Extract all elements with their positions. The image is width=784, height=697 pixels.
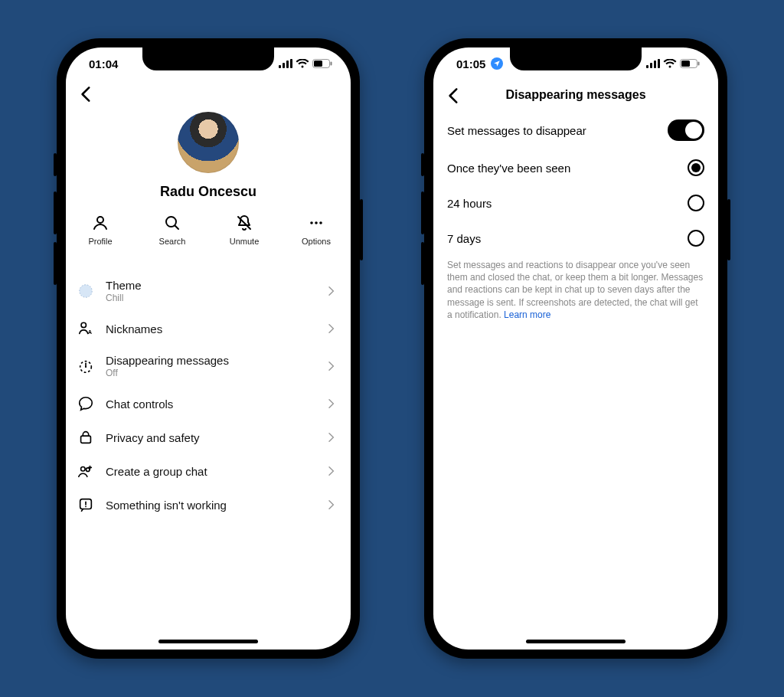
chevron-right-icon [325, 322, 337, 335]
wifi-icon [296, 59, 309, 68]
toggle-row[interactable]: Set messages to disappear [433, 110, 718, 150]
option-once-seen[interactable]: Once they've been seen [433, 150, 718, 185]
svg-rect-29 [698, 62, 700, 66]
action-options[interactable]: Options [296, 214, 337, 246]
svg-rect-0 [279, 65, 281, 68]
svg-rect-18 [81, 436, 91, 443]
option-24h[interactable]: 24 hours [433, 185, 718, 221]
group-add-icon [77, 463, 94, 479]
svg-point-22 [85, 506, 87, 507]
toggle-label: Set messages to disappear [447, 124, 586, 137]
wifi-icon [663, 59, 677, 68]
action-search[interactable]: Search [152, 214, 193, 246]
info-body: Set messages and reactions to disappear … [447, 260, 703, 320]
phone-frame-left: @onceseuradu 01:04 Radu Oncescu Profile [57, 38, 360, 659]
svg-rect-5 [314, 61, 322, 67]
lock-icon [77, 429, 94, 446]
action-profile[interactable]: Profile [80, 214, 121, 246]
row-theme[interactable]: ThemeChill [66, 270, 351, 312]
svg-point-17 [85, 366, 87, 368]
chevron-right-icon [325, 398, 337, 410]
avatar[interactable] [178, 112, 239, 173]
svg-rect-26 [658, 59, 660, 68]
svg-rect-2 [286, 61, 289, 68]
learn-more-link[interactable]: Learn more [504, 309, 550, 320]
profile-block: Radu Oncescu Profile Search Unmute Optio… [66, 109, 351, 260]
chevron-right-icon [325, 499, 337, 511]
radio-selected[interactable] [688, 159, 704, 176]
battery-icon [312, 59, 332, 68]
toggle-switch[interactable] [668, 119, 704, 141]
option-7d[interactable]: 7 days [433, 221, 718, 256]
svg-point-9 [310, 221, 313, 224]
option-label: 24 hours [447, 197, 492, 210]
phone-frame-right: @onceseuradu 01:05 Disappearing messages [424, 38, 727, 659]
svg-point-11 [319, 221, 322, 224]
settings-list: ThemeChill A Nicknames Disappearing mess… [66, 270, 351, 522]
chevron-right-icon [325, 465, 337, 477]
row-title: Disappearing messages [106, 354, 314, 367]
radio[interactable] [688, 195, 704, 211]
svg-rect-3 [290, 59, 292, 68]
status-icons [279, 59, 332, 68]
row-title: Nicknames [106, 322, 314, 335]
signal-icon [279, 59, 292, 68]
screen-profile: @onceseuradu 01:04 Radu Oncescu Profile [66, 47, 351, 650]
chevron-right-icon [325, 431, 337, 443]
row-chat-controls[interactable]: Chat controls [66, 387, 351, 420]
back-icon[interactable] [444, 86, 464, 106]
info-text: Set messages and reactions to disappear … [433, 256, 718, 324]
row-title: Privacy and safety [106, 431, 314, 444]
nickname-icon: A [77, 320, 94, 337]
location-icon [491, 57, 503, 70]
svg-point-14 [81, 322, 86, 327]
svg-rect-28 [681, 61, 690, 67]
action-label: Search [159, 237, 186, 246]
profile-name: Radu Oncescu [66, 184, 351, 200]
home-indicator[interactable] [158, 640, 258, 643]
header-title: Disappearing messages [505, 88, 645, 102]
status-time: 01:05 [456, 57, 485, 70]
row-title: Theme [106, 279, 314, 292]
timer-icon [77, 358, 94, 375]
action-label: Options [302, 237, 331, 246]
svg-point-19 [81, 467, 86, 472]
row-title: Create a group chat [106, 465, 314, 478]
more-icon [307, 214, 325, 232]
row-nicknames[interactable]: A Nicknames [66, 312, 351, 345]
svg-point-10 [315, 221, 318, 224]
theme-icon [77, 283, 94, 299]
bell-off-icon [235, 214, 253, 232]
back-icon[interactable] [77, 84, 96, 104]
radio[interactable] [688, 230, 704, 247]
svg-rect-25 [654, 61, 656, 68]
svg-text:A: A [88, 329, 93, 335]
row-group[interactable]: Create a group chat [66, 454, 351, 488]
chevron-right-icon [325, 285, 337, 297]
signal-icon [646, 59, 660, 68]
person-icon [91, 214, 109, 232]
report-icon [77, 496, 94, 513]
chevron-right-icon [325, 360, 337, 372]
row-privacy[interactable]: Privacy and safety [66, 420, 351, 454]
row-disappearing[interactable]: Disappearing messagesOff [66, 345, 351, 387]
svg-rect-6 [331, 62, 332, 66]
row-title: Chat controls [106, 398, 314, 411]
search-icon [163, 214, 181, 232]
action-unmute[interactable]: Unmute [224, 214, 265, 246]
status-time: 01:04 [89, 57, 118, 70]
action-label: Unmute [230, 237, 260, 246]
chat-icon [77, 395, 94, 412]
battery-icon [680, 59, 700, 68]
screen-disappearing: @onceseuradu 01:05 Disappearing messages [433, 47, 718, 650]
home-indicator[interactable] [526, 640, 626, 643]
option-label: Once they've been seen [447, 162, 570, 175]
svg-rect-24 [650, 63, 652, 68]
row-report[interactable]: Something isn't working [66, 488, 351, 522]
option-label: 7 days [447, 232, 481, 245]
status-icons [646, 59, 700, 68]
svg-point-7 [97, 217, 103, 223]
header: Disappearing messages [433, 80, 718, 110]
svg-rect-1 [283, 63, 285, 68]
row-sub: Off [106, 368, 314, 378]
